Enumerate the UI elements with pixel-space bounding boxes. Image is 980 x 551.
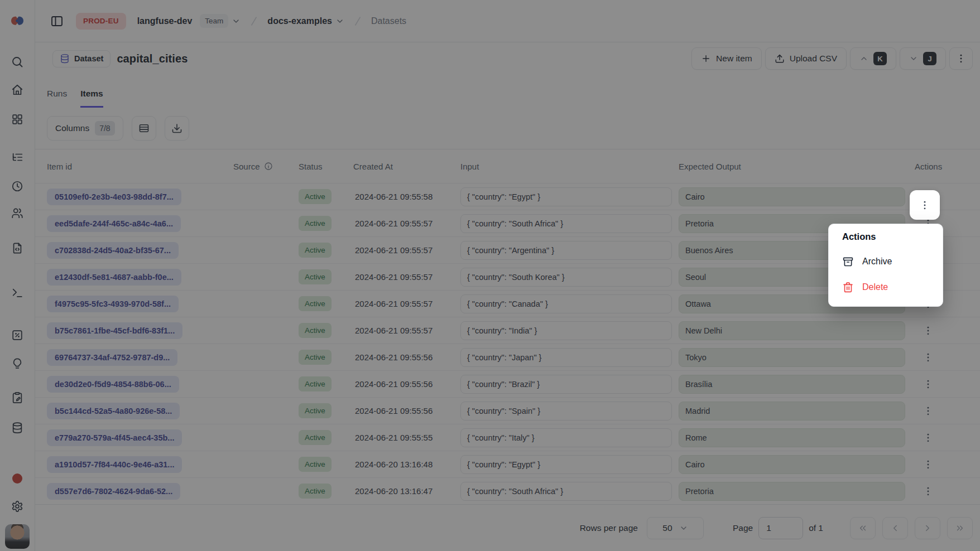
kebab-icon [919, 200, 930, 211]
menu-item-archive[interactable]: Archive [829, 249, 943, 274]
menu-item-delete[interactable]: Delete [829, 274, 943, 300]
trash-icon [842, 282, 854, 293]
archive-icon [842, 256, 854, 268]
actions-menu-title: Actions [829, 231, 943, 249]
row-actions-button-active[interactable] [910, 190, 940, 220]
actions-menu: Actions Archive Delete [828, 224, 943, 307]
